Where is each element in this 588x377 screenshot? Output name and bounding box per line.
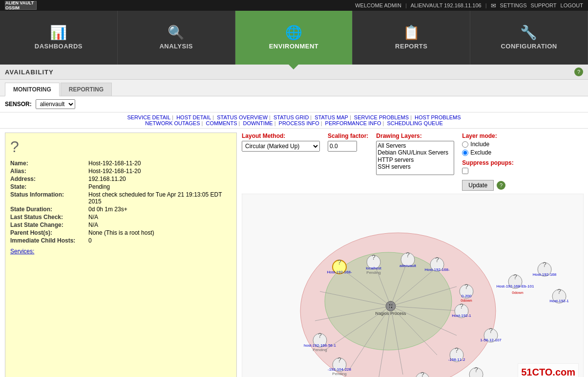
link-service-detail[interactable]: SERVICE DETAIL bbox=[127, 114, 170, 120]
tab-reporting[interactable]: REPORTING bbox=[61, 83, 112, 96]
svg-text:Host-192-168-: Host-192-168- bbox=[327, 270, 352, 274]
link-host-detail[interactable]: HOST DETAIL bbox=[176, 114, 211, 120]
svg-text:alienvault: alienvault bbox=[399, 264, 417, 268]
link-process-info[interactable]: PROCESS INFO bbox=[279, 120, 319, 126]
settings-link[interactable]: SETTINGS bbox=[500, 2, 527, 8]
suppress-popups-checkbox[interactable] bbox=[462, 168, 468, 174]
nav-analysis[interactable]: 🔍 ANALYSIS bbox=[118, 11, 235, 65]
svg-text:?: ? bbox=[406, 251, 410, 259]
detail-row-state-duration: State Duration: 0d 0h 1m 23s+ bbox=[10, 206, 231, 213]
layer-http: HTTP servers bbox=[378, 156, 453, 163]
link-downtime[interactable]: DOWNTIME bbox=[243, 120, 273, 126]
value-alias: Host-192-168-11-20 bbox=[88, 168, 141, 175]
svg-text:?: ? bbox=[318, 332, 322, 339]
update-button[interactable]: Update bbox=[462, 180, 494, 191]
svg-text:Pending: Pending bbox=[366, 270, 380, 275]
layer-debian: Debian GNU/Linux Servers bbox=[378, 149, 453, 156]
svg-text:Host-192-1: Host-192-1 bbox=[549, 299, 569, 303]
host-detail-panel: ? Name: Host-192-168-11-20 Alias: Host-1… bbox=[5, 133, 237, 377]
link-host-problems[interactable]: HOST PROBLEMS bbox=[415, 114, 461, 120]
svg-text:?: ? bbox=[543, 261, 546, 268]
drawing-layers-select[interactable]: All Servers Debian GNU/Linux Servers HTT… bbox=[376, 141, 454, 175]
detail-row-alias: Alias: Host-192-168-11-20 bbox=[10, 168, 231, 175]
map-area: N Nagios Process ? bbox=[242, 194, 584, 377]
layer-mode-label: Layer mode: bbox=[462, 133, 513, 139]
nav-reports[interactable]: 📋 REPORTS bbox=[353, 11, 470, 65]
svg-text:0-200: 0-200 bbox=[462, 294, 472, 298]
links-bar: SERVICE DETAIL| HOST DETAIL| STATUS OVER… bbox=[0, 112, 588, 129]
detail-row-name: Name: Host-192-168-11-20 bbox=[10, 160, 231, 167]
svg-text:?: ? bbox=[435, 256, 439, 264]
availability-help-icon[interactable]: ? bbox=[574, 67, 583, 76]
nav-configuration[interactable]: 🔧 CONFIGURATION bbox=[470, 11, 588, 65]
svg-text:-168-11-2: -168-11-2 bbox=[448, 357, 465, 362]
link-status-grid[interactable]: STATUS GRID bbox=[273, 114, 309, 120]
detail-row-parent: Parent Host(s): None (This is a root hos… bbox=[10, 229, 231, 236]
dashboards-icon: 📊 bbox=[50, 26, 67, 40]
tabs-bar: MONITORING REPORTING bbox=[0, 80, 588, 96]
layout-method-label: Layout Method: bbox=[242, 133, 320, 139]
link-network-outages[interactable]: NETWORK OUTAGES bbox=[145, 120, 200, 126]
suppress-popups-label: Suppress popups: bbox=[462, 159, 513, 166]
analysis-icon: 🔍 bbox=[168, 26, 185, 40]
svg-text:localhost: localhost bbox=[366, 266, 381, 270]
svg-text:Host-192-168-Eb-101: Host-192-168-Eb-101 bbox=[497, 284, 534, 288]
svg-text:?: ? bbox=[489, 327, 493, 334]
svg-text:?: ? bbox=[464, 283, 468, 290]
sep1: | bbox=[405, 2, 407, 8]
reports-label: REPORTS bbox=[395, 43, 427, 50]
sensor-select[interactable]: alienvault bbox=[36, 99, 75, 109]
host-icon: ? bbox=[10, 138, 231, 156]
svg-text:0down: 0down bbox=[461, 298, 472, 303]
watermark-title: 51CTO.com bbox=[521, 367, 575, 377]
layout-method-group: Layout Method: Circular (Marked Up) Circ… bbox=[242, 133, 320, 152]
label-status-info: Status Information: bbox=[10, 191, 88, 205]
layer-ssh: SSH servers bbox=[378, 163, 453, 170]
svg-text:-192-104-228: -192-104-228 bbox=[328, 367, 352, 372]
layer-all: All Servers bbox=[378, 142, 453, 149]
svg-text:?: ? bbox=[455, 346, 459, 354]
layout-method-select[interactable]: Circular (Marked Up) Circular Balloon Ba… bbox=[242, 141, 320, 152]
layer-mode-include-radio[interactable] bbox=[462, 141, 468, 148]
environment-icon: 🌐 bbox=[285, 26, 303, 40]
svg-text:Host-192-1: Host-192-1 bbox=[452, 313, 471, 318]
detail-row-child: Immediate Child Hosts: 0 bbox=[10, 237, 231, 244]
link-comments[interactable]: COMMENTS bbox=[206, 120, 237, 126]
layer-mode-exclude-text: Exclude bbox=[470, 149, 491, 156]
nav-dashboards[interactable]: 📊 DASHBOARDS bbox=[0, 11, 118, 65]
detail-row-last-check: Last Status Check: N/A bbox=[10, 214, 231, 221]
value-last-change: N/A bbox=[88, 222, 98, 228]
scaling-factor-label: Scaling factor: bbox=[328, 133, 368, 139]
svg-text:?: ? bbox=[337, 356, 341, 364]
svg-text:?: ? bbox=[372, 253, 376, 261]
controls-help-button[interactable]: ? bbox=[497, 181, 505, 190]
link-scheduling-queue[interactable]: SCHEDULING QUEUE bbox=[387, 120, 442, 126]
topbar: ALIEN VAULT OSSIM WELCOME ADMIN | ALIENV… bbox=[0, 0, 588, 11]
layer-mode-exclude-radio[interactable] bbox=[462, 150, 468, 156]
label-address: Address: bbox=[10, 176, 88, 182]
link-service-problems[interactable]: SERVICE PROBLEMS bbox=[354, 114, 409, 120]
value-state: Pending bbox=[88, 183, 110, 190]
navbar: 📊 DASHBOARDS 🔍 ANALYSIS 🌐 ENVIRONMENT 📋 … bbox=[0, 11, 588, 65]
label-parent: Parent Host(s): bbox=[10, 229, 88, 236]
layer-mode-exclude-label[interactable]: Exclude bbox=[462, 149, 513, 156]
mail-icon: ✉ bbox=[491, 2, 496, 9]
logout-link[interactable]: LOGOUT bbox=[561, 2, 583, 8]
detail-row-address: Address: 192.168.11.20 bbox=[10, 176, 231, 182]
label-alias: Alias: bbox=[10, 168, 88, 175]
link-performance-info[interactable]: PERFORMANCE INFO bbox=[325, 120, 381, 126]
tab-monitoring[interactable]: MONITORING bbox=[5, 83, 60, 96]
link-status-map[interactable]: STATUS MAP bbox=[315, 114, 348, 120]
topbar-items: WELCOME ADMIN | ALIENVAULT 192.168.11.10… bbox=[355, 2, 583, 9]
nav-environment[interactable]: 🌐 ENVIRONMENT bbox=[235, 11, 353, 65]
layer-mode-include-label[interactable]: Include bbox=[462, 141, 513, 148]
logo-area: ALIEN VAULT OSSIM bbox=[5, 1, 37, 10]
availability-title: AVAILABILITY bbox=[5, 68, 54, 76]
configuration-label: CONFIGURATION bbox=[501, 43, 557, 50]
support-link[interactable]: SUPPORT bbox=[531, 2, 557, 8]
label-last-change: Last State Change: bbox=[10, 222, 88, 228]
label-last-check: Last Status Check: bbox=[10, 214, 88, 221]
services-link[interactable]: Services: bbox=[10, 248, 231, 255]
scaling-factor-input[interactable] bbox=[328, 141, 357, 152]
link-status-overview[interactable]: STATUS OVERVIEW bbox=[217, 114, 268, 120]
